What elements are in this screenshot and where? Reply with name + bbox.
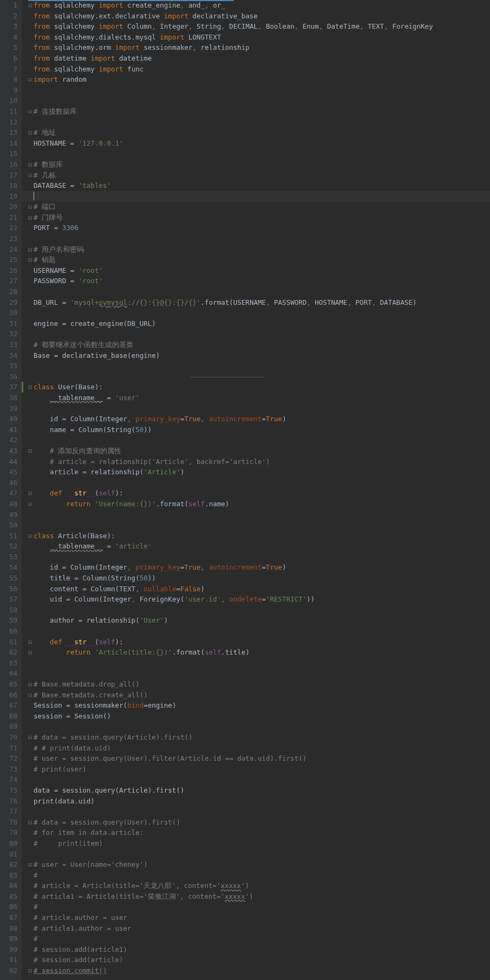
- line-number[interactable]: 8: [0, 74, 17, 85]
- line-number[interactable]: 38: [0, 393, 17, 403]
- line-number[interactable]: 80: [0, 838, 17, 849]
- line-number[interactable]: 25: [0, 254, 17, 265]
- line-number[interactable]: 42: [0, 435, 17, 446]
- line-number[interactable]: 90: [0, 944, 17, 955]
- code-line[interactable]: [28, 605, 490, 616]
- code-line[interactable]: name = Column(String(50)): [28, 424, 490, 435]
- code-line[interactable]: ⊟import random: [28, 74, 490, 85]
- line-number[interactable]: 35: [0, 361, 17, 371]
- line-number[interactable]: 52: [0, 541, 17, 552]
- code-line[interactable]: ⊟# 门牌号: [28, 212, 490, 223]
- code-line[interactable]: [28, 806, 490, 817]
- line-number[interactable]: 14: [0, 138, 17, 149]
- fold-icon[interactable]: ⊟: [28, 488, 32, 499]
- fold-icon[interactable]: ⊟: [28, 212, 32, 223]
- code-line[interactable]: ⊟ return 'Article(title:{})'.format(self…: [28, 647, 490, 658]
- line-number[interactable]: 21: [0, 212, 17, 223]
- code-line[interactable]: [28, 435, 490, 446]
- line-number[interactable]: 26: [0, 265, 17, 276]
- line-number[interactable]: 71: [0, 743, 17, 754]
- code-line[interactable]: # article1.author = user: [28, 923, 490, 934]
- line-number[interactable]: 23: [0, 233, 17, 244]
- code-line[interactable]: from sqlalchemy import func: [28, 64, 490, 75]
- code-line[interactable]: # for item in data.article:: [28, 827, 490, 838]
- fold-icon[interactable]: ⊟: [28, 170, 32, 181]
- line-number[interactable]: 77: [0, 806, 17, 817]
- code-line[interactable]: [28, 721, 490, 732]
- code-line[interactable]: # # print(data.uid): [28, 743, 490, 754]
- line-number[interactable]: 27: [0, 276, 17, 286]
- line-number[interactable]: 54: [0, 562, 17, 573]
- code-line[interactable]: ⊟# 地址: [28, 127, 490, 138]
- line-number[interactable]: 76: [0, 796, 17, 807]
- line-number[interactable]: 7: [0, 64, 17, 75]
- code-line[interactable]: [28, 552, 490, 563]
- fold-icon[interactable]: ⊟: [28, 382, 32, 393]
- line-number[interactable]: 69: [0, 721, 17, 732]
- fold-icon[interactable]: ⊟: [28, 965, 32, 976]
- fold-icon[interactable]: ⊟: [28, 732, 32, 743]
- line-number[interactable]: 50: [0, 520, 17, 531]
- line-number[interactable]: 16: [0, 159, 17, 170]
- code-line[interactable]: __tablename__ = 'user': [28, 393, 490, 403]
- code-line[interactable]: ⊟# 端口: [28, 201, 490, 212]
- code-line[interactable]: ⊟# user = User(name='cheney'): [28, 859, 490, 870]
- line-number[interactable]: 91: [0, 955, 17, 965]
- code-line[interactable]: id = Column(Integer, primary_key=True, a…: [28, 562, 490, 573]
- fold-icon[interactable]: ⊟: [28, 201, 32, 212]
- line-number[interactable]: 12: [0, 117, 17, 128]
- code-line[interactable]: Session = sessionmaker(bind=engine): [28, 700, 490, 711]
- code-line[interactable]: uid = Column(Integer, ForeignKey('user.i…: [28, 594, 490, 605]
- line-number[interactable]: 15: [0, 148, 17, 159]
- code-line[interactable]: ⊟class Article(Base):: [28, 531, 490, 541]
- code-line[interactable]: DB_URL = 'mysql+pymysql://{}:{}@{}:{}/{}…: [28, 297, 490, 308]
- code-line[interactable]: ⊟# 连接数据库: [28, 106, 490, 117]
- code-line[interactable]: ⊟from sqlalchemy import create_engine, a…: [28, 0, 490, 11]
- code-line[interactable]: # user = session.query(User).filter(Arti…: [28, 753, 490, 764]
- fold-icon[interactable]: ⊟: [28, 647, 32, 658]
- line-number[interactable]: 9: [0, 85, 17, 96]
- code-line[interactable]: # article = relationship('Article', back…: [28, 456, 490, 467]
- code-line[interactable]: ⊟class User(Base):: [28, 382, 490, 393]
- code-line[interactable]: [28, 191, 490, 202]
- code-line[interactable]: [28, 117, 490, 128]
- code-line[interactable]: ⊟ # 添加反向查询的属性: [28, 446, 490, 456]
- line-number[interactable]: 74: [0, 774, 17, 785]
- code-line[interactable]: from sqlalchemy import Column, Integer, …: [28, 21, 490, 32]
- code-line[interactable]: from sqlalchemy.dialects.mysql import LO…: [28, 32, 490, 43]
- line-number[interactable]: 47: [0, 488, 17, 499]
- line-number[interactable]: 57: [0, 594, 17, 605]
- line-number[interactable]: 60: [0, 626, 17, 637]
- line-number[interactable]: 65: [0, 679, 17, 690]
- line-number[interactable]: 18: [0, 180, 17, 191]
- line-number[interactable]: 59: [0, 615, 17, 626]
- code-line[interactable]: ⊟# data = session.query(User).first(): [28, 817, 490, 828]
- code-line[interactable]: HOSTNAME = '127.0.0.1': [28, 138, 490, 149]
- fold-icon[interactable]: ⊟: [28, 106, 32, 117]
- code-line[interactable]: ⊟# 用户名和密码: [28, 244, 490, 255]
- code-line[interactable]: [28, 308, 490, 318]
- code-line[interactable]: [28, 774, 490, 785]
- line-number[interactable]: 72: [0, 753, 17, 764]
- fold-icon[interactable]: ⊟: [28, 859, 32, 870]
- code-line[interactable]: DATABASE = 'tables': [28, 180, 490, 191]
- line-number[interactable]: 2: [0, 11, 17, 22]
- code-line[interactable]: ⊟ def __str__(self):: [28, 488, 490, 499]
- code-line[interactable]: [28, 849, 490, 860]
- line-number[interactable]: 10: [0, 95, 17, 106]
- line-number[interactable]: 11: [0, 106, 17, 117]
- line-number[interactable]: 73: [0, 764, 17, 775]
- line-number[interactable]: 78: [0, 817, 17, 828]
- code-line[interactable]: # article.author = user: [28, 912, 490, 923]
- code-line[interactable]: # session.add(article): [28, 955, 490, 965]
- fold-icon[interactable]: ⊟: [28, 254, 32, 265]
- line-number[interactable]: 46: [0, 478, 17, 488]
- fold-icon[interactable]: ⊟: [28, 531, 32, 541]
- line-number[interactable]: 19: [0, 191, 17, 202]
- code-line[interactable]: from sqlalchemy.ext.declarative import d…: [28, 11, 490, 22]
- line-number[interactable]: 20: [0, 201, 17, 212]
- code-line[interactable]: # 都要继承这个函数生成的基类: [28, 339, 490, 350]
- fold-icon[interactable]: ⊟: [28, 690, 32, 701]
- code-line[interactable]: author = relationship('User'): [28, 615, 490, 626]
- line-number[interactable]: 70: [0, 732, 17, 743]
